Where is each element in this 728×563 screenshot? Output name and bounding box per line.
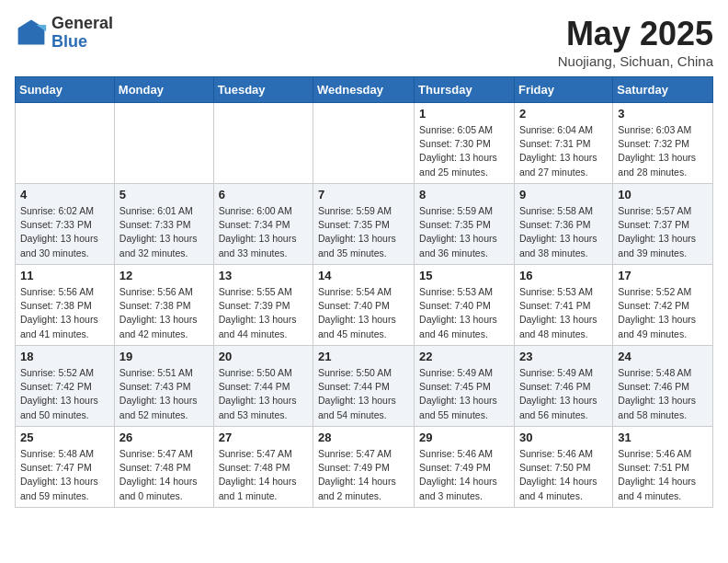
day-number: 12 bbox=[119, 269, 209, 282]
title-block: May 2025 Nuojiang, Sichuan, China bbox=[558, 15, 713, 69]
day-content: Sunrise: 5:50 AM Sunset: 7:44 PM Dayligh… bbox=[318, 366, 409, 422]
day-number: 11 bbox=[20, 269, 109, 282]
day-content: Sunrise: 5:47 AM Sunset: 7:48 PM Dayligh… bbox=[219, 447, 308, 503]
calendar-cell: 5Sunrise: 6:01 AM Sunset: 7:33 PM Daylig… bbox=[114, 184, 213, 265]
calendar-cell: 17Sunrise: 5:52 AM Sunset: 7:42 PM Dayli… bbox=[613, 265, 713, 346]
day-content: Sunrise: 5:52 AM Sunset: 7:42 PM Dayligh… bbox=[618, 285, 708, 341]
day-content: Sunrise: 6:02 AM Sunset: 7:33 PM Dayligh… bbox=[20, 204, 109, 260]
calendar-cell: 8Sunrise: 5:59 AM Sunset: 7:35 PM Daylig… bbox=[415, 184, 515, 265]
day-content: Sunrise: 5:53 AM Sunset: 7:40 PM Dayligh… bbox=[419, 285, 509, 341]
day-content: Sunrise: 5:46 AM Sunset: 7:50 PM Dayligh… bbox=[519, 447, 608, 503]
calendar-cell: 4Sunrise: 6:02 AM Sunset: 7:33 PM Daylig… bbox=[16, 184, 115, 265]
svg-marker-0 bbox=[18, 19, 45, 44]
calendar-cell: 26Sunrise: 5:47 AM Sunset: 7:48 PM Dayli… bbox=[114, 427, 213, 508]
calendar-cell: 3Sunrise: 6:03 AM Sunset: 7:32 PM Daylig… bbox=[613, 103, 713, 184]
month-title: May 2025 bbox=[558, 15, 713, 53]
day-number: 29 bbox=[419, 431, 509, 444]
day-number: 16 bbox=[519, 269, 608, 282]
calendar-cell: 24Sunrise: 5:48 AM Sunset: 7:46 PM Dayli… bbox=[613, 346, 713, 427]
day-number: 28 bbox=[318, 431, 409, 444]
logo-general-text: General bbox=[51, 14, 113, 32]
day-number: 2 bbox=[519, 107, 608, 121]
day-content: Sunrise: 5:53 AM Sunset: 7:41 PM Dayligh… bbox=[519, 285, 608, 341]
day-number: 7 bbox=[318, 188, 409, 201]
day-content: Sunrise: 5:50 AM Sunset: 7:44 PM Dayligh… bbox=[219, 366, 308, 422]
calendar-cell: 10Sunrise: 5:57 AM Sunset: 7:37 PM Dayli… bbox=[613, 184, 713, 265]
calendar-cell: 14Sunrise: 5:54 AM Sunset: 7:40 PM Dayli… bbox=[313, 265, 415, 346]
day-content: Sunrise: 5:51 AM Sunset: 7:43 PM Dayligh… bbox=[119, 366, 209, 422]
day-content: Sunrise: 6:05 AM Sunset: 7:30 PM Dayligh… bbox=[419, 123, 509, 179]
day-number: 24 bbox=[618, 350, 708, 363]
calendar-week-1: 1Sunrise: 6:05 AM Sunset: 7:30 PM Daylig… bbox=[16, 103, 713, 184]
day-content: Sunrise: 5:49 AM Sunset: 7:46 PM Dayligh… bbox=[519, 366, 608, 422]
col-header-tuesday: Tuesday bbox=[213, 77, 313, 103]
calendar-cell: 7Sunrise: 5:59 AM Sunset: 7:35 PM Daylig… bbox=[313, 184, 415, 265]
logo-icon bbox=[15, 17, 48, 50]
day-number: 22 bbox=[419, 350, 509, 363]
col-header-saturday: Saturday bbox=[613, 77, 713, 103]
calendar-cell: 21Sunrise: 5:50 AM Sunset: 7:44 PM Dayli… bbox=[313, 346, 415, 427]
day-content: Sunrise: 5:54 AM Sunset: 7:40 PM Dayligh… bbox=[318, 285, 409, 341]
calendar-cell: 18Sunrise: 5:52 AM Sunset: 7:42 PM Dayli… bbox=[16, 346, 115, 427]
calendar-week-3: 11Sunrise: 5:56 AM Sunset: 7:38 PM Dayli… bbox=[16, 265, 713, 346]
day-number: 13 bbox=[219, 269, 308, 282]
day-number: 23 bbox=[519, 350, 608, 363]
day-number: 30 bbox=[519, 431, 608, 444]
day-content: Sunrise: 5:56 AM Sunset: 7:38 PM Dayligh… bbox=[119, 285, 209, 341]
calendar-cell: 13Sunrise: 5:55 AM Sunset: 7:39 PM Dayli… bbox=[213, 265, 313, 346]
day-content: Sunrise: 5:56 AM Sunset: 7:38 PM Dayligh… bbox=[20, 285, 109, 341]
day-content: Sunrise: 5:46 AM Sunset: 7:49 PM Dayligh… bbox=[419, 447, 509, 503]
calendar-cell: 28Sunrise: 5:47 AM Sunset: 7:49 PM Dayli… bbox=[313, 427, 415, 508]
day-number: 19 bbox=[119, 350, 209, 363]
day-number: 6 bbox=[219, 188, 308, 201]
calendar-cell: 12Sunrise: 5:56 AM Sunset: 7:38 PM Dayli… bbox=[114, 265, 213, 346]
calendar-table: SundayMondayTuesdayWednesdayThursdayFrid… bbox=[15, 76, 713, 508]
day-content: Sunrise: 6:01 AM Sunset: 7:33 PM Dayligh… bbox=[119, 204, 209, 260]
page-header: General Blue May 2025 Nuojiang, Sichuan,… bbox=[15, 15, 713, 69]
day-content: Sunrise: 5:57 AM Sunset: 7:37 PM Dayligh… bbox=[618, 204, 708, 260]
calendar-cell: 15Sunrise: 5:53 AM Sunset: 7:40 PM Dayli… bbox=[415, 265, 515, 346]
calendar-cell: 25Sunrise: 5:48 AM Sunset: 7:47 PM Dayli… bbox=[16, 427, 115, 508]
logo-blue-text: Blue bbox=[51, 32, 87, 51]
calendar-week-5: 25Sunrise: 5:48 AM Sunset: 7:47 PM Dayli… bbox=[16, 427, 713, 508]
calendar-week-4: 18Sunrise: 5:52 AM Sunset: 7:42 PM Dayli… bbox=[16, 346, 713, 427]
day-number: 18 bbox=[20, 350, 109, 363]
calendar-cell: 2Sunrise: 6:04 AM Sunset: 7:31 PM Daylig… bbox=[514, 103, 612, 184]
col-header-friday: Friday bbox=[514, 77, 612, 103]
day-number: 21 bbox=[318, 350, 409, 363]
day-number: 20 bbox=[219, 350, 308, 363]
calendar-cell: 19Sunrise: 5:51 AM Sunset: 7:43 PM Dayli… bbox=[114, 346, 213, 427]
calendar-cell: 31Sunrise: 5:46 AM Sunset: 7:51 PM Dayli… bbox=[613, 427, 713, 508]
day-number: 8 bbox=[419, 188, 509, 201]
calendar-cell bbox=[114, 103, 213, 184]
day-number: 26 bbox=[119, 431, 209, 444]
day-content: Sunrise: 6:00 AM Sunset: 7:34 PM Dayligh… bbox=[219, 204, 308, 260]
day-number: 9 bbox=[519, 188, 608, 201]
calendar-cell: 16Sunrise: 5:53 AM Sunset: 7:41 PM Dayli… bbox=[514, 265, 612, 346]
day-number: 5 bbox=[119, 188, 209, 201]
day-content: Sunrise: 5:47 AM Sunset: 7:48 PM Dayligh… bbox=[119, 447, 209, 503]
day-number: 4 bbox=[20, 188, 109, 201]
day-content: Sunrise: 5:55 AM Sunset: 7:39 PM Dayligh… bbox=[219, 285, 308, 341]
day-content: Sunrise: 5:48 AM Sunset: 7:47 PM Dayligh… bbox=[20, 447, 109, 503]
day-number: 31 bbox=[618, 431, 708, 444]
calendar-cell bbox=[313, 103, 415, 184]
calendar-cell: 6Sunrise: 6:00 AM Sunset: 7:34 PM Daylig… bbox=[213, 184, 313, 265]
calendar-cell: 9Sunrise: 5:58 AM Sunset: 7:36 PM Daylig… bbox=[514, 184, 612, 265]
col-header-monday: Monday bbox=[114, 77, 213, 103]
calendar-cell: 20Sunrise: 5:50 AM Sunset: 7:44 PM Dayli… bbox=[213, 346, 313, 427]
col-header-sunday: Sunday bbox=[16, 77, 115, 103]
day-content: Sunrise: 6:04 AM Sunset: 7:31 PM Dayligh… bbox=[519, 123, 608, 179]
day-content: Sunrise: 5:48 AM Sunset: 7:46 PM Dayligh… bbox=[618, 366, 708, 422]
day-content: Sunrise: 5:49 AM Sunset: 7:45 PM Dayligh… bbox=[419, 366, 509, 422]
calendar-cell bbox=[213, 103, 313, 184]
day-number: 14 bbox=[318, 269, 409, 282]
day-content: Sunrise: 5:59 AM Sunset: 7:35 PM Dayligh… bbox=[419, 204, 509, 260]
day-number: 10 bbox=[618, 188, 708, 201]
logo: General Blue bbox=[15, 15, 113, 52]
col-header-thursday: Thursday bbox=[415, 77, 515, 103]
calendar-cell: 27Sunrise: 5:47 AM Sunset: 7:48 PM Dayli… bbox=[213, 427, 313, 508]
day-content: Sunrise: 5:58 AM Sunset: 7:36 PM Dayligh… bbox=[519, 204, 608, 260]
calendar-cell: 30Sunrise: 5:46 AM Sunset: 7:50 PM Dayli… bbox=[514, 427, 612, 508]
calendar-cell: 23Sunrise: 5:49 AM Sunset: 7:46 PM Dayli… bbox=[514, 346, 612, 427]
